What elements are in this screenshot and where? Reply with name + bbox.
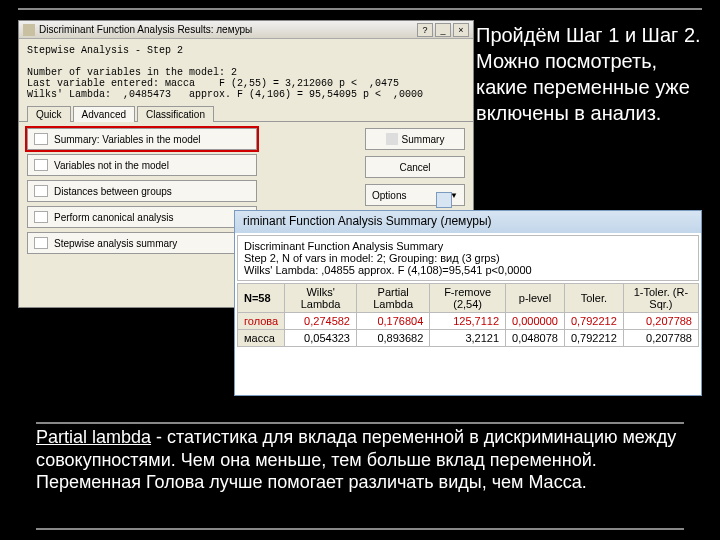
col-wilks: Wilks' Lambda [285, 284, 357, 313]
btn-canonical[interactable]: Perform canonical analysis [27, 206, 257, 228]
btn-label: Variables not in the model [54, 160, 169, 171]
summary-icon [386, 133, 398, 145]
summary-button[interactable]: Summary [365, 128, 465, 150]
dialog-titlebar: Discriminant Function Analysis Results: … [19, 21, 473, 39]
col-plevel: p-level [506, 284, 565, 313]
annotation-bottom: Partial lambda - статистика для вклада п… [36, 426, 684, 494]
cancel-button[interactable]: Cancel [365, 156, 465, 178]
btn-label: Distances between groups [54, 186, 172, 197]
btn-label: Perform canonical analysis [54, 212, 174, 223]
col-rsqr: 1-Toler. (R-Sqr.) [623, 284, 698, 313]
btn-label: Options [372, 190, 406, 201]
btn-stepwise-summary[interactable]: Stepwise analysis summary [27, 232, 257, 254]
btn-vars-in-model[interactable]: Summary: Variables in the model [27, 128, 257, 150]
table-row[interactable]: голова 0,274582 0,176804 125,7112 0,0000… [238, 313, 699, 330]
col-fremove: F-remove (2,54) [430, 284, 506, 313]
table-row[interactable]: масса 0,054323 0,893682 3,2121 0,048078 … [238, 330, 699, 347]
grid-icon [34, 159, 48, 171]
btn-vars-not-in-model[interactable]: Variables not in the model [27, 154, 257, 176]
tab-classification[interactable]: Classification [137, 106, 214, 122]
btn-label: Summary: Variables in the model [54, 134, 201, 145]
summary-title: riminant Function Analysis Summary (лему… [235, 211, 701, 233]
slide-rule-top [18, 8, 702, 10]
analysis-text: Stepwise Analysis - Step 2 Number of var… [19, 39, 473, 106]
app-icon [23, 24, 35, 36]
summary-table: N=58 Wilks' Lambda Partial Lambda F-remo… [237, 283, 699, 347]
dialog-title: Discriminant Function Analysis Results: … [39, 24, 252, 35]
slide-rule-bottom [36, 528, 684, 530]
grid-icon [34, 185, 48, 197]
slide-rule-mid [36, 422, 684, 424]
grid-icon [34, 133, 48, 145]
close-button[interactable]: × [453, 23, 469, 37]
minimize-button[interactable]: _ [435, 23, 451, 37]
grid-icon [34, 237, 48, 249]
tab-strip: Quick Advanced Classification [19, 106, 473, 122]
btn-label: Summary [402, 134, 445, 145]
annotation-right: Пройдём Шаг 1 и Шаг 2. Можно посмотреть,… [476, 22, 706, 126]
grid-icon [34, 211, 48, 223]
btn-distances[interactable]: Distances between groups [27, 180, 257, 202]
row-name: масса [238, 330, 285, 347]
copy-icon [436, 192, 452, 208]
btn-label: Stepwise analysis summary [54, 238, 177, 249]
col-toler: Toler. [564, 284, 623, 313]
n-cell: N=58 [238, 284, 285, 313]
row-name: голова [238, 313, 285, 330]
col-partial: Partial Lambda [357, 284, 430, 313]
btn-label: Cancel [399, 162, 430, 173]
tab-quick[interactable]: Quick [27, 106, 71, 122]
help-button[interactable]: ? [417, 23, 433, 37]
summary-window: riminant Function Analysis Summary (лему… [234, 210, 702, 396]
tab-advanced[interactable]: Advanced [73, 106, 135, 122]
term-partial-lambda: Partial lambda [36, 427, 151, 447]
summary-subtitle: Discriminant Function Analysis Summary S… [237, 235, 699, 281]
